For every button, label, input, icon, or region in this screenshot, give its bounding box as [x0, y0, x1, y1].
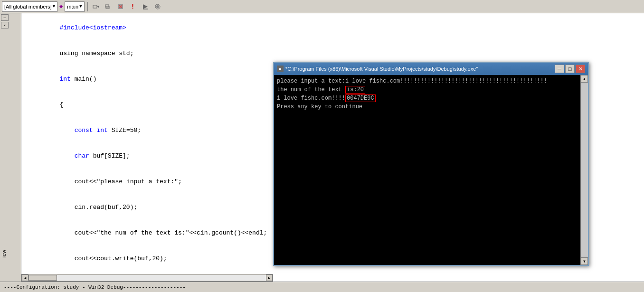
console-scrollbar[interactable]: ▲ ▼ [580, 75, 588, 265]
console-window-buttons: ─ □ ✕ [555, 65, 585, 73]
separator1 [87, 2, 88, 11]
console-title-text: *C:\Program Files (x86)\Microsoft Visual… [285, 66, 478, 72]
toolbar-btn-4[interactable] [140, 1, 151, 12]
dropdown1-value: [All global members] [4, 4, 52, 9]
global-members-dropdown[interactable]: [All global members] ▼ [2, 1, 57, 12]
svg-point-10 [156, 5, 159, 8]
collapse-btn-1[interactable]: ─ [1, 14, 9, 21]
console-line-2: the num of the text is:20 [277, 85, 577, 94]
console-scroll-down[interactable]: ▼ [581, 257, 588, 265]
console-restore-btn[interactable]: □ [565, 65, 575, 73]
console-title-area: ■ *C:\Program Files (x86)\Microsoft Visu… [277, 66, 478, 72]
bottom-scrollbar[interactable]: ◀ ▶ [21, 274, 273, 282]
scroll-left-btn[interactable]: ◀ [22, 274, 28, 281]
highlight-is20: is:20 [345, 86, 365, 94]
console-close-btn[interactable]: ✕ [576, 65, 585, 73]
console-line-3: i love fishc.com!!!!0047DE9C [277, 94, 577, 103]
console-scroll-up[interactable]: ▲ [581, 75, 588, 83]
console-window: ■ *C:\Program Files (x86)\Microsoft Visu… [273, 62, 589, 266]
scroll-right-btn[interactable]: ▶ [266, 274, 273, 281]
scroll-thumb[interactable] [28, 275, 57, 281]
toolbar-btn-1[interactable] [91, 1, 101, 12]
console-line-4: Press any key to continue [277, 103, 577, 111]
svg-marker-7 [143, 4, 148, 9]
console-minimize-btn[interactable]: ─ [555, 65, 564, 73]
svg-rect-0 [93, 5, 97, 8]
console-scroll-track [581, 83, 588, 257]
svg-marker-1 [97, 6, 99, 8]
console-text-area: please input a text:i love fishc.com!!!!… [277, 77, 585, 263]
status-bar: ----Configuration: study - Win32 Debug--… [0, 282, 644, 292]
dropdown2-value: main [67, 4, 78, 9]
chevron-down-icon[interactable]: ▼ [53, 4, 55, 9]
highlight-addr: 0047DE9C [345, 94, 376, 102]
main-dropdown[interactable]: main ▼ [65, 1, 84, 12]
diamond-icon: ◆ [59, 3, 63, 10]
diamond-icon-area: ◆ [59, 3, 63, 10]
toolbar-btn-5[interactable] [152, 1, 163, 12]
scroll-track [28, 275, 266, 281]
console-app-icon: ■ [277, 66, 284, 72]
console-line-1: please input a text:i love fishc.com!!!!… [277, 77, 577, 85]
status-text: ----Configuration: study - Win32 Debug--… [4, 284, 186, 290]
code-line-1: #include<iostream> [30, 15, 644, 41]
console-body: please input a text:i love fishc.com!!!!… [274, 75, 588, 265]
chevron-down-icon2[interactable]: ▼ [79, 4, 82, 9]
toolbar-btn-3[interactable] [115, 1, 126, 12]
view-label[interactable]: iew [1, 250, 7, 258]
left-panel: ─ × iew [0, 13, 21, 282]
collapse-btn-2[interactable]: × [1, 22, 9, 28]
toolbar-btn-2[interactable] [103, 1, 114, 12]
collapse-buttons: ─ × [1, 14, 9, 28]
toolbar: [All global members] ▼ ◆ main ▼ ! [0, 0, 644, 13]
toolbar-btn-exclamation[interactable]: ! [128, 1, 138, 12]
console-titlebar: ■ *C:\Program Files (x86)\Microsoft Visu… [274, 63, 588, 75]
